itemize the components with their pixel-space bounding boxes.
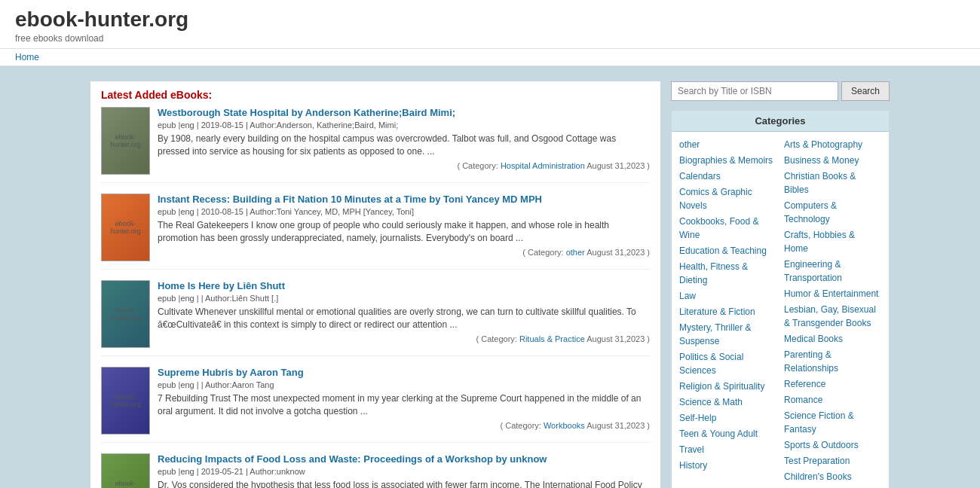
category-right-link[interactable]: Humor & Entertainment <box>784 287 881 300</box>
book-meta: epub |eng | | Author:Liên Shutt [.] <box>158 294 650 303</box>
right-categories: Arts & PhotographyBusiness & MoneyChrist… <box>784 138 881 483</box>
category-right-link[interactable]: Reference <box>784 377 881 391</box>
book-entry: ebook-hunter.orgReducing Impacts of Food… <box>101 453 650 488</box>
book-cover: ebook-hunter.org <box>101 107 150 175</box>
book-cover: ebook-hunter.org <box>101 367 150 435</box>
category-left-link[interactable]: Health, Fitness & Dieting <box>679 260 776 287</box>
book-category: ( Category: Workbooks August 31,2023 ) <box>158 421 650 430</box>
site-title: ebook-hunter.org <box>15 8 965 32</box>
left-categories: otherBiographies & MemoirsCalendarsComic… <box>679 138 776 483</box>
book-info: Instant Recess: Building a Fit Nation 10… <box>158 194 650 261</box>
category-left-link[interactable]: History <box>679 459 776 472</box>
category-right-link[interactable]: Medical Books <box>784 332 881 346</box>
book-info: Supreme Hubris by Aaron Tangepub |eng | … <box>158 367 650 435</box>
search-button[interactable]: Search <box>841 81 890 101</box>
section-title: Latest Added eBooks: <box>101 89 650 101</box>
categories-grid: otherBiographies & MemoirsCalendarsComic… <box>679 138 881 483</box>
book-meta: epub |eng | | Author:Aaron Tang <box>158 380 650 389</box>
sidebar: Search Categories otherBiographies & Mem… <box>671 81 890 488</box>
book-list: ebook-hunter.orgWestborough State Hospit… <box>101 107 650 488</box>
book-cover: ebook-hunter.org <box>101 453 150 488</box>
category-right-link[interactable]: Christian Books & Bibles <box>784 169 881 197</box>
category-right-link[interactable]: Engineering & Transportation <box>784 258 881 285</box>
book-desc: The Real Gatekeepers I know one group of… <box>158 219 650 245</box>
book-title-link[interactable]: Home Is Here by Liên Shutt <box>158 280 650 291</box>
nav-home[interactable]: Home <box>15 52 39 63</box>
category-left-link[interactable]: Education & Teaching <box>679 244 776 258</box>
book-desc: Dr. Vos considered the hypothesis that l… <box>158 479 650 488</box>
category-right-link[interactable]: Crafts, Hobbies & Home <box>784 228 881 255</box>
book-title-link[interactable]: Reducing Impacts of Food Loss and Waste:… <box>158 453 650 465</box>
book-meta: epub |eng | 2010-08-15 | Author:Toni Yan… <box>158 207 650 216</box>
book-entry: ebook-hunter.orgInstant Recess: Building… <box>101 194 650 270</box>
category-left-link[interactable]: Teen & Young Adult <box>679 427 776 441</box>
category-link[interactable]: other <box>566 248 585 257</box>
categories-box: Categories otherBiographies & MemoirsCal… <box>671 110 890 488</box>
book-title-link[interactable]: Westborough State Hospital by Anderson K… <box>158 107 650 118</box>
book-title-link[interactable]: Supreme Hubris by Aaron Tang <box>158 367 650 378</box>
category-left-link[interactable]: Mystery, Thriller & Suspense <box>679 321 776 348</box>
book-cover: ebook-hunter.org <box>101 194 150 261</box>
category-left-link[interactable]: Calendars <box>679 169 776 183</box>
category-right-link[interactable]: Parenting & Relationships <box>784 348 881 375</box>
book-category: ( Category: Rituals & Practice August 31… <box>158 334 650 343</box>
category-right-link[interactable]: Sports & Outdoors <box>784 438 881 452</box>
book-category: ( Category: other August 31,2023 ) <box>158 248 650 257</box>
search-bar: Search <box>671 81 890 101</box>
book-desc: 7 Rebuilding Trust The most unexpected m… <box>158 392 650 418</box>
book-meta: epub |eng | 2019-05-21 | Author:unknow <box>158 467 650 476</box>
book-info: Home Is Here by Liên Shuttepub |eng | | … <box>158 280 650 348</box>
book-meta: epub |eng | 2019-08-15 | Author:Anderson… <box>158 120 650 130</box>
category-right-link[interactable]: Romance <box>784 393 881 407</box>
category-left-link[interactable]: other <box>679 138 776 151</box>
book-title-link[interactable]: Instant Recess: Building a Fit Nation 10… <box>158 194 650 205</box>
category-link[interactable]: Workbooks <box>544 421 585 430</box>
book-entry: ebook-hunter.orgSupreme Hubris by Aaron … <box>101 367 650 443</box>
category-left-link[interactable]: Comics & Graphic Novels <box>679 185 776 212</box>
category-left-link[interactable]: Biographies & Memoirs <box>679 154 776 167</box>
category-link[interactable]: Rituals & Practice <box>519 334 585 343</box>
site-subtitle: free ebooks download <box>15 33 965 44</box>
category-left-link[interactable]: Religion & Spirituality <box>679 380 776 393</box>
book-entry: ebook-hunter.orgHome Is Here by Liên Shu… <box>101 280 650 356</box>
category-right-link[interactable]: Science Fiction & Fantasy <box>784 409 881 436</box>
category-left-link[interactable]: Politics & Social Sciences <box>679 350 776 377</box>
category-right-link[interactable]: Computers & Technology <box>784 199 881 226</box>
book-info: Westborough State Hospital by Anderson K… <box>158 107 650 175</box>
categories-title: Categories <box>672 111 889 132</box>
category-left-link[interactable]: Science & Math <box>679 395 776 409</box>
category-right-link[interactable]: Children's Books <box>784 470 881 483</box>
search-input[interactable] <box>671 81 838 101</box>
category-right-link[interactable]: Test Preparation <box>784 454 881 468</box>
book-info: Reducing Impacts of Food Loss and Waste:… <box>158 453 650 488</box>
category-right-link[interactable]: Arts & Photography <box>784 138 881 151</box>
category-left-link[interactable]: Literature & Fiction <box>679 305 776 319</box>
category-right-link[interactable]: Business & Money <box>784 154 881 167</box>
book-desc: Cultivate Whenever unskillful mental or … <box>158 306 650 331</box>
category-right-link[interactable]: Lesbian, Gay, Bisexual & Transgender Boo… <box>784 303 881 330</box>
category-left-link[interactable]: Law <box>679 289 776 303</box>
book-desc: By 1908, nearly every building on the ho… <box>158 133 650 158</box>
book-entry: ebook-hunter.orgWestborough State Hospit… <box>101 107 650 183</box>
book-cover: ebook-hunter.org <box>101 280 150 348</box>
category-left-link[interactable]: Self-Help <box>679 411 776 425</box>
category-left-link[interactable]: Cookbooks, Food & Wine <box>679 215 776 242</box>
category-left-link[interactable]: Travel <box>679 443 776 456</box>
category-link[interactable]: Hospital Administration <box>501 161 585 170</box>
book-category: ( Category: Hospital Administration Augu… <box>158 161 650 170</box>
